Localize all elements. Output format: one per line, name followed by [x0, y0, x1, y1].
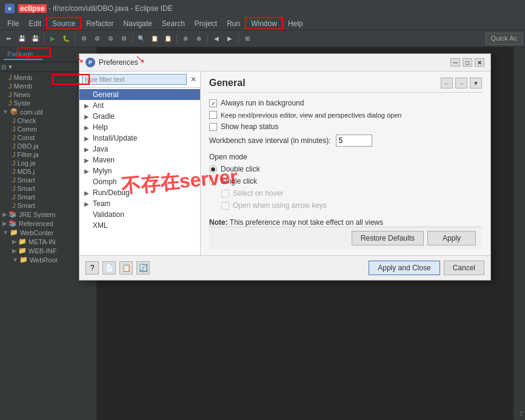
menu-bar: File Edit Source Refactor Navigate Searc…	[0, 17, 525, 30]
eclipse-label: eclipse	[18, 4, 47, 13]
checkbox-open-arrow[interactable]	[221, 202, 229, 210]
pref-item-mylyn[interactable]: ▶ Mylyn	[79, 165, 200, 176]
pref-nav-back[interactable]: ←	[441, 78, 453, 88]
pref-item-general[interactable]: ▶ General	[79, 89, 200, 100]
dialog-title-bar: P Preferences ─ □ ✕	[79, 54, 490, 72]
toolbar-btn-11[interactable]: 📋	[162, 33, 174, 45]
pref-toggle-team: ▶	[84, 201, 90, 207]
toolbar-btn-15[interactable]: ▶	[224, 33, 236, 45]
option-single-click: Single click	[209, 177, 482, 185]
toolbar-btn-perspective[interactable]: ⊞	[241, 33, 253, 45]
toolbar-btn-run[interactable]: ▶	[47, 33, 59, 45]
input-workbench-save[interactable]	[336, 135, 372, 147]
toolbar-btn-10[interactable]: 📋	[149, 33, 161, 45]
toolbar-btn-3[interactable]: 💾	[29, 33, 41, 45]
label-select-hover: Select on hover	[233, 189, 283, 198]
menu-project[interactable]: Project	[190, 17, 222, 30]
pref-item-team[interactable]: ▶ Team	[79, 198, 200, 209]
pref-item-gradle[interactable]: ▶ Gradle	[79, 111, 200, 122]
toolbar-sep-2	[75, 34, 75, 44]
pref-nav-forward[interactable]: →	[455, 78, 467, 88]
restore-defaults-button[interactable]: Restore Defaults	[352, 231, 424, 245]
pref-item-oomph[interactable]: Oomph	[79, 176, 200, 187]
quick-access-label[interactable]: Quick Ac	[486, 33, 523, 45]
pref-search-input[interactable]	[82, 74, 187, 85]
toolbar-sep-5	[207, 34, 208, 44]
pref-item-java[interactable]: ▶ Java	[79, 144, 200, 155]
pref-nav-buttons: ← → ▼	[441, 78, 482, 88]
pref-item-maven[interactable]: ▶ Maven	[79, 155, 200, 165]
pref-item-xml[interactable]: XML	[79, 220, 200, 231]
toolbar-sep-1	[44, 34, 44, 44]
menu-source[interactable]: Source	[46, 17, 81, 30]
dialog-minimize[interactable]: ─	[450, 58, 460, 67]
label-workbench-save: Workbench save interval (in minutes):	[209, 136, 331, 145]
menu-refactor[interactable]: Refactor	[81, 17, 118, 30]
app-icon: e	[5, 4, 15, 13]
cancel-button[interactable]: Cancel	[444, 261, 484, 275]
footer-refresh-btn[interactable]: 🔄	[136, 261, 150, 275]
dialog-close[interactable]: ✕	[475, 58, 484, 67]
pref-item-install[interactable]: ▶ Install/Update	[79, 133, 200, 144]
label-keep-editor: Keep next/previous editor, view and pers…	[221, 112, 401, 119]
toolbar-btn-debug[interactable]: 🐛	[60, 33, 72, 45]
pref-item-ant[interactable]: ▶ Ant	[79, 100, 200, 111]
footer-right: Apply and Close Cancel	[369, 261, 484, 275]
dialog-title-left: P Preferences	[85, 58, 138, 67]
checkbox-always-run-bg[interactable]	[209, 99, 217, 107]
pref-tree: ▶ General ▶ Ant ▶ Gradle ▶ Help	[79, 88, 200, 255]
pref-item-help[interactable]: ▶ Help	[79, 122, 200, 133]
pref-toggle-rundebug: ▶	[84, 190, 90, 196]
toolbar-btn-6[interactable]: ⚙	[91, 33, 103, 45]
toolbar-btn-9[interactable]: 🔍	[135, 33, 147, 45]
footer-export-btn[interactable]: 📄	[102, 261, 116, 275]
pref-toggle-install: ▶	[84, 135, 90, 142]
pref-search-clear[interactable]: ✕	[189, 75, 198, 84]
title-rest: - if/src/com/util/DBO.java - Eclipse IDE	[47, 4, 173, 13]
dialog-restore[interactable]: □	[463, 58, 472, 67]
menu-help[interactable]: Help	[283, 17, 308, 30]
pref-toggle-help: ▶	[84, 124, 90, 131]
checkbox-select-hover[interactable]	[221, 190, 229, 198]
option-always-run-bg: Always run in background	[209, 99, 482, 107]
pref-nav-dropdown[interactable]: ▼	[470, 78, 482, 88]
toolbar-btn-12[interactable]: ⊕	[179, 33, 192, 45]
menu-edit[interactable]: Edit	[24, 17, 46, 30]
menu-file[interactable]: File	[2, 17, 24, 30]
apply-and-close-button[interactable]: Apply and Close	[369, 261, 440, 275]
toolbar-btn-5[interactable]: ⚙	[78, 33, 90, 45]
pref-item-rundebug[interactable]: ▶ Run/Debug	[79, 187, 200, 198]
menu-search[interactable]: Search	[157, 17, 190, 30]
toolbar: ⬅ 💾 💾 ▶ 🐛 ⚙ ⚙ ⚙ ⚙ 🔍 📋 📋 ⊕ ⊕ ◀ ▶ ⊞ Quick …	[0, 30, 525, 47]
option-show-heap: Show heap status	[209, 122, 482, 131]
toolbar-btn-2[interactable]: 💾	[16, 33, 28, 45]
checkbox-keep-editor[interactable]	[209, 111, 217, 119]
radio-single-click[interactable]	[209, 178, 217, 185]
apply-button[interactable]: Apply	[427, 231, 476, 245]
label-always-run-bg: Always run in background	[221, 99, 304, 107]
toolbar-btn-7[interactable]: ⚙	[104, 33, 116, 45]
checkbox-show-heap[interactable]	[209, 123, 217, 131]
label-open-arrow: Open when using arrow keys	[233, 201, 327, 210]
menu-run[interactable]: Run	[222, 17, 245, 30]
footer-help-btn[interactable]: ?	[85, 261, 99, 275]
toolbar-btn-1[interactable]: ⬅	[2, 33, 15, 45]
open-mode-label: Open mode	[209, 153, 482, 161]
pref-item-validation[interactable]: Validation	[79, 209, 200, 220]
footer-left: ? 📄 📋 🔄	[85, 261, 150, 275]
pref-toggle-maven: ▶	[84, 157, 90, 164]
toolbar-btn-13[interactable]: ⊕	[193, 33, 205, 45]
toolbar-btn-8[interactable]: ⚙	[118, 33, 130, 45]
preferences-sidebar: ✕ ▶ General ▶ Ant ▶ Gradle	[79, 72, 201, 255]
pref-note: Note: This preference may not take effec…	[209, 218, 482, 227]
footer-import-btn[interactable]: 📋	[119, 261, 133, 275]
pref-content-area: General ← → ▼ Always run in background K…	[201, 72, 490, 255]
pref-content-header: General ← → ▼	[209, 78, 482, 93]
menu-navigate[interactable]: Navigate	[118, 17, 156, 30]
toolbar-btn-14[interactable]: ◀	[210, 33, 222, 45]
menu-window[interactable]: Window	[245, 17, 283, 30]
option-double-click: Double click	[209, 165, 482, 173]
pref-toggle-java: ▶	[84, 146, 90, 153]
radio-double-click[interactable]	[209, 165, 217, 173]
pref-toggle-ant: ▶	[84, 102, 90, 109]
